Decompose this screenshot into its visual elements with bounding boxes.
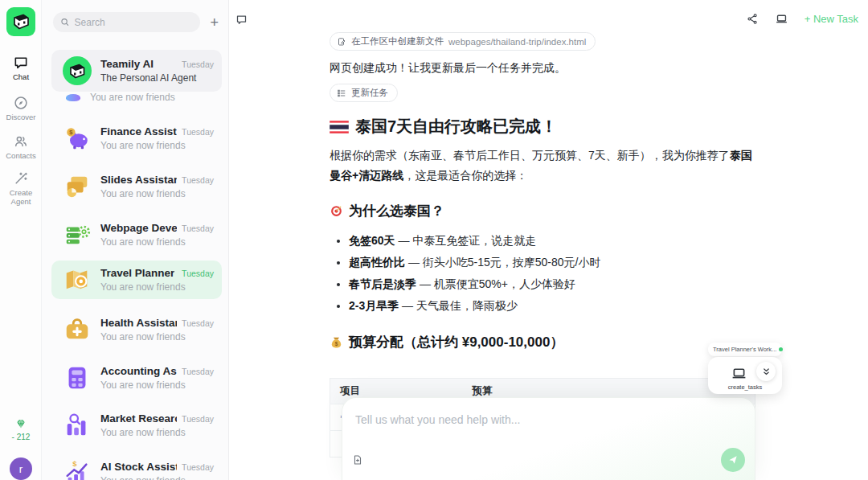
- chat-panel: + New Task 在工作区中创建新文件 webpages/thailand-…: [229, 0, 868, 480]
- search-icon: [60, 17, 70, 27]
- contact-preview: You are now friends: [100, 427, 214, 438]
- contact-preview: You are now friends: [100, 379, 214, 391]
- intro-pre: 根据你的需求（东南亚、春节后工作日、万元预算、7天、新手），我为你推荐了: [330, 149, 730, 162]
- slides-icon: [63, 172, 92, 201]
- bullet-bold: 2-3月旱季: [349, 299, 399, 312]
- sidebar-item-discover[interactable]: Discover: [0, 95, 42, 122]
- contact-name: Market Research: [100, 412, 177, 425]
- piggy-bank-icon: $: [63, 124, 92, 153]
- contact-time: Tuesday: [182, 269, 214, 278]
- sidebar-label: Contacts: [6, 152, 36, 161]
- chat-icon: [13, 55, 29, 71]
- contact-item-slides-assistant[interactable]: Slides AssistantTuesday You are now frie…: [51, 167, 222, 206]
- task-list-icon: [337, 88, 346, 98]
- table-toolbar: [330, 363, 755, 373]
- contact-time: Tuesday: [182, 318, 214, 328]
- search-box[interactable]: [53, 12, 200, 32]
- contact-preview: You are now friends: [100, 188, 214, 199]
- page-title: 泰国7天自由行攻略已完成！: [330, 116, 755, 137]
- contact-item-travel-planner[interactable]: Travel PlannerTuesday You are now friend…: [51, 261, 222, 299]
- first-aid-icon: [63, 315, 92, 344]
- contact-item-accounting-assistant[interactable]: Accounting As...Tuesday You are now frie…: [51, 359, 222, 397]
- wave-icon: [66, 94, 80, 101]
- double-chevron-down-icon: [761, 367, 772, 377]
- attach-file-icon[interactable]: [352, 454, 363, 466]
- benefit-list: 免签60天 — 中泰互免签证，说走就走 超高性价比 — 街头小吃5-15元，按摩…: [349, 230, 755, 317]
- svg-text:$: $: [335, 341, 338, 347]
- user-avatar[interactable]: r: [10, 457, 32, 480]
- conversation-bubble-icon[interactable]: [235, 14, 248, 26]
- section-heading-budget: $ 预算分配（总计约 ¥9,000-10,000）: [330, 333, 755, 351]
- search-input[interactable]: [75, 17, 194, 28]
- contact-preview: You are now friends: [100, 281, 214, 293]
- new-task-button[interactable]: + New Task: [805, 13, 858, 25]
- collapse-chevron-button[interactable]: [756, 362, 776, 381]
- title-text: 泰国7天自由行攻略已完成！: [355, 116, 557, 137]
- tool-name-label: create_tasks: [708, 384, 782, 391]
- paper-plane-icon: [727, 454, 739, 466]
- thailand-flag-icon: [330, 121, 349, 133]
- tool-call-chip-create-file[interactable]: 在工作区中创建新文件 webpages/thailand-trip/index.…: [330, 32, 596, 51]
- list-item: 超高性价比 — 街头小吃5-15元，按摩50-80元/小时: [349, 252, 755, 273]
- laptop-icon[interactable]: [731, 365, 747, 382]
- sidebar-label: Chat: [13, 73, 29, 82]
- contact-item-health-assistant[interactable]: Health AssistantTuesday You are now frie…: [51, 310, 222, 349]
- teamily-robot-icon: [63, 56, 92, 85]
- section-heading-text: 预算分配（总计约 ¥9,000-10,000）: [349, 333, 563, 351]
- contact-time: Tuesday: [182, 414, 214, 424]
- bar-chart-magnifier-icon: [63, 411, 92, 440]
- contact-name: Health Assistant: [100, 317, 177, 329]
- workspace-laptop-icon[interactable]: [775, 12, 788, 26]
- add-contact-button[interactable]: +: [208, 15, 220, 30]
- contact-preview: You are now friends: [100, 236, 214, 248]
- workspace-popup-title: Travel Planner's Work...: [708, 343, 782, 356]
- target-icon: [330, 204, 343, 218]
- status-dot-icon: [779, 347, 783, 351]
- contact-item-webpage-developer[interactable]: Webpage Deve...Tuesday You are now frien…: [51, 215, 222, 254]
- friend-status-row: You are now friends: [66, 92, 175, 103]
- section-heading-text: 为什么选泰国？: [349, 202, 444, 220]
- sidebar-label: Create Agent: [0, 189, 42, 207]
- contact-item-ai-stock-assistant[interactable]: $ AI Stock Assist...Tuesday You are now …: [51, 454, 222, 480]
- gem-icon: [14, 417, 27, 430]
- friend-status-text: You are now friends: [90, 92, 175, 103]
- contact-item-market-research[interactable]: Market ResearchTuesday You are now frien…: [51, 406, 222, 445]
- assistant-message: 网页创建成功！让我更新最后一个任务并完成。: [330, 61, 755, 76]
- message-composer[interactable]: [342, 397, 755, 480]
- workspace-popup-card[interactable]: create_tasks: [708, 357, 782, 394]
- sidebar-label: Discover: [6, 113, 36, 122]
- sidebar-item-chat[interactable]: Chat: [0, 55, 42, 82]
- tool-call-chip-update-tasks[interactable]: 更新任务: [330, 84, 398, 102]
- money-bag-icon: $: [330, 335, 343, 349]
- chat-thread: 在工作区中创建新文件 webpages/thailand-trip/index.…: [330, 0, 755, 457]
- magic-wand-icon: [13, 170, 29, 187]
- bullet-text: — 天气最佳，降雨极少: [399, 299, 518, 312]
- tool-chip-label: 更新任务: [351, 87, 388, 99]
- contact-preview: You are now friends: [100, 140, 214, 151]
- left-rail: Chat Discover Contacts Create Agent - 21…: [0, 0, 42, 480]
- contact-item-teamily-ai[interactable]: Teamily AI Tuesday The Personal AI Agent: [51, 50, 222, 92]
- bullet-bold: 超高性价比: [349, 256, 405, 269]
- workspace-popup-title-text: Travel Planner's Work...: [713, 346, 776, 353]
- bullet-bold: 免签60天: [349, 234, 395, 247]
- stock-chart-icon: $: [63, 459, 92, 480]
- calculator-icon: [63, 363, 92, 392]
- bullet-text: — 街头小吃5-15元，按摩50-80元/小时: [405, 256, 601, 269]
- message-input[interactable]: [355, 413, 665, 426]
- list-item: 2-3月旱季 — 天气最佳，降雨极少: [349, 295, 755, 317]
- sidebar-item-create-agent[interactable]: Create Agent: [0, 170, 42, 207]
- intro-paragraph: 根据你的需求（东南亚、春节后工作日、万元预算、7天、新手），我为你推荐了泰国曼谷…: [330, 146, 755, 186]
- sidebar-item-contacts[interactable]: Contacts: [0, 133, 42, 161]
- list-item: 春节后是淡季 — 机票便宜50%+，人少体验好: [349, 273, 755, 295]
- contact-item-finance-assistant[interactable]: $ Finance Assist...Tuesday You are now f…: [51, 119, 222, 158]
- app-logo-icon[interactable]: [6, 7, 35, 36]
- contact-name: AI Stock Assist...: [100, 461, 177, 473]
- compass-icon: [13, 95, 29, 111]
- contact-time: Tuesday: [182, 175, 214, 185]
- contact-preview: You are now friends: [100, 475, 214, 480]
- contact-time: Tuesday: [182, 224, 214, 233]
- contact-subtitle: The Personal AI Agent: [100, 72, 214, 84]
- contact-name: Accounting As...: [100, 365, 177, 377]
- send-button[interactable]: [721, 448, 745, 472]
- server-gear-icon: [63, 220, 92, 249]
